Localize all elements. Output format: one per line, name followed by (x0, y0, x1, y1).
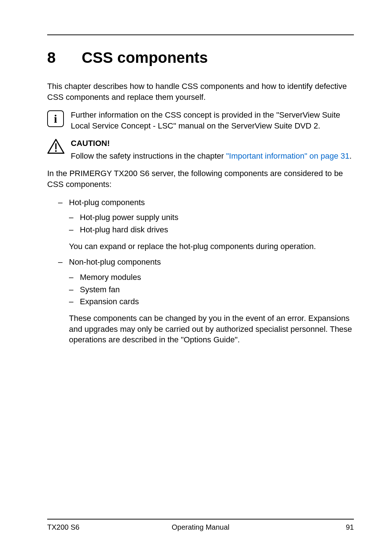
list-item-note: These components can be changed by you i… (58, 313, 354, 345)
dash-icon: – (69, 224, 80, 235)
list-item: – Hot-plug hard disk drives (69, 224, 354, 235)
dash-icon: – (69, 212, 80, 223)
list-item: – Non-hot-plug components – Memory modul… (58, 257, 354, 345)
dash-icon: – (69, 296, 80, 307)
info-glyph: i (54, 113, 57, 125)
dash-icon: – (58, 257, 69, 268)
list-item-label: Hot-plug components (69, 197, 145, 208)
caution-icon (47, 139, 65, 155)
top-rule (47, 34, 354, 35)
list-item-note: You can expand or replace the hot-plug c… (58, 241, 354, 252)
caution-note: CAUTION! Follow the safety instructions … (47, 138, 354, 162)
caution-content: CAUTION! Follow the safety instructions … (71, 138, 354, 162)
caution-text-after: . (350, 151, 352, 160)
caution-heading: CAUTION! (71, 138, 354, 149)
caution-text: Follow the safety instructions in the ch… (71, 151, 354, 162)
sublist-item-label: Hot-plug power supply units (80, 212, 178, 223)
sublist-item-label: Expansion cards (80, 296, 139, 307)
info-note-text: Further information on the CSS concept i… (71, 110, 354, 131)
list-item: – System fan (69, 284, 354, 295)
sublist-item-label: Hot-plug hard disk drives (80, 224, 168, 235)
footer-center: Operating Manual (47, 523, 354, 531)
list-item: – Expansion cards (69, 296, 354, 307)
page-content: 8 CSS components This chapter describes … (0, 0, 392, 345)
dash-icon: – (58, 197, 69, 208)
info-icon-wrap: i (47, 110, 71, 127)
chapter-title: CSS components (82, 49, 208, 66)
sublist-item-label: System fan (80, 284, 120, 295)
page-footer: TX200 S6 Operating Manual 91 (47, 519, 354, 531)
list-item: – Memory modules (69, 272, 354, 283)
list-item: – Hot-plug components – Hot-plug power s… (58, 197, 354, 252)
chapter-number: 8 (47, 49, 82, 66)
dash-icon: – (69, 272, 80, 283)
list-item-label: Non-hot-plug components (69, 257, 161, 268)
caution-text-before: Follow the safety instructions in the ch… (71, 151, 226, 160)
chapter-heading: 8 CSS components (47, 49, 354, 66)
list-item: – Hot-plug power supply units (69, 212, 354, 223)
dash-icon: – (69, 284, 80, 295)
sublist-item-label: Memory modules (80, 272, 141, 283)
sublist: – Memory modules – System fan – Expansio… (58, 272, 354, 307)
body-after-caution: In the PRIMERGY TX200 S6 server, the fol… (47, 168, 354, 190)
caution-link[interactable]: "Important information" on page 31 (226, 151, 350, 160)
svg-point-2 (55, 150, 57, 152)
info-note: i Further information on the CSS concept… (47, 110, 354, 131)
caution-icon-wrap (47, 138, 71, 156)
sublist: – Hot-plug power supply units – Hot-plug… (58, 212, 354, 235)
intro-paragraph: This chapter describes how to handle CSS… (47, 81, 354, 102)
component-list: – Hot-plug components – Hot-plug power s… (47, 197, 354, 346)
info-icon: i (47, 110, 64, 127)
